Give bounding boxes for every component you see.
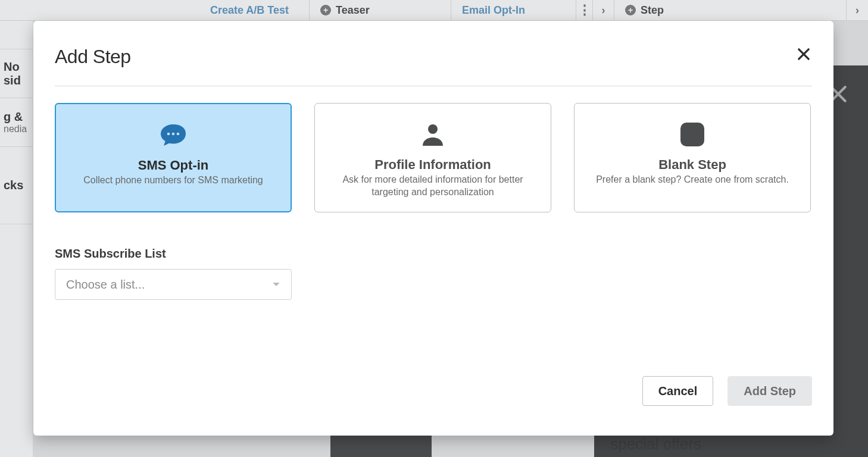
svg-point-0 [167, 133, 170, 136]
svg-point-3 [428, 124, 438, 134]
card-title: SMS Opt-in [138, 158, 209, 173]
card-blank-step[interactable]: Blank Step Prefer a blank step? Create o… [574, 103, 811, 212]
blank-square-icon [679, 120, 705, 149]
add-step-button[interactable]: Add Step [728, 376, 812, 406]
cancel-button[interactable]: Cancel [642, 376, 714, 406]
svg-rect-4 [680, 123, 704, 146]
card-desc: Prefer a blank step? Create one from scr… [596, 174, 789, 186]
card-desc: Ask for more detailed information for be… [332, 174, 534, 199]
card-title: Blank Step [658, 157, 726, 173]
card-sms-optin[interactable]: SMS Opt-in Collect phone numbers for SMS… [55, 103, 292, 212]
card-title: Profile Information [374, 157, 491, 173]
add-step-modal: Add Step SMS Opt-in Collect phone number… [33, 21, 833, 436]
close-button[interactable] [795, 46, 812, 62]
sms-list-label: SMS Subscribe List [55, 247, 812, 261]
modal-title: Add Step [55, 46, 131, 68]
person-icon [420, 120, 445, 149]
svg-point-1 [172, 133, 175, 136]
sms-subscribe-list-select[interactable]: Choose a list... [55, 269, 292, 300]
card-profile-information[interactable]: Profile Information Ask for more detaile… [314, 103, 551, 212]
step-type-cards: SMS Opt-in Collect phone numbers for SMS… [55, 103, 812, 212]
svg-point-2 [177, 133, 180, 136]
modal-header: Add Step [55, 46, 812, 86]
card-desc: Collect phone numbers for SMS marketing [83, 174, 263, 187]
speech-bubble-icon [159, 121, 188, 149]
modal-footer: Cancel Add Step [642, 376, 812, 406]
chevron-down-icon [272, 280, 280, 289]
close-icon [795, 46, 812, 62]
select-placeholder: Choose a list... [66, 278, 145, 292]
